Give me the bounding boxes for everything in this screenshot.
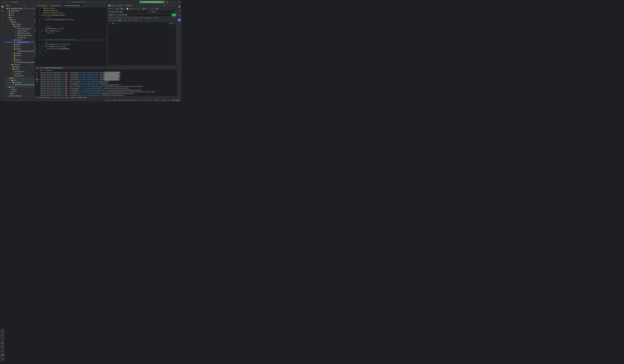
down-icon[interactable]: ↓ xyxy=(38,74,38,76)
min-dot[interactable] xyxy=(4,1,5,3)
tree-item[interactable]: ▾📁config xyxy=(5,25,35,27)
tree-item[interactable]: ▸📁.idea xyxy=(5,12,35,14)
bookmarks-tool-icon[interactable]: ⋯ xyxy=(1,14,4,17)
breadcrumb-item[interactable]: WechatController xyxy=(77,97,87,98)
api-tab-request[interactable]: 📋 Request xyxy=(108,5,116,6)
api-subtab[interactable]: Script xyxy=(139,17,142,19)
chevron-down-icon[interactable]: ▾ xyxy=(10,5,10,6)
t1-icon[interactable]: ◆ xyxy=(108,8,109,10)
t11-icon[interactable]: ✕ xyxy=(133,8,135,10)
editor-tab[interactable]: ●spy.properties xyxy=(35,4,49,7)
max-dot[interactable] xyxy=(6,1,8,3)
breadcrumb-item[interactable]: com xyxy=(62,97,64,98)
tree-item[interactable]: ▸📁wechat xyxy=(5,68,35,70)
api-subtab[interactable]: Console xyxy=(153,17,158,19)
api-viewtab[interactable]: Pretty xyxy=(113,20,117,22)
hide-icon[interactable]: — xyxy=(31,4,34,7)
tree-item[interactable]: ©WechatController xyxy=(5,41,35,43)
run-more-icon[interactable]: ⋮ xyxy=(168,66,171,69)
search-icon[interactable]: ⌕ xyxy=(173,0,176,3)
stop-button[interactable]: ■ xyxy=(166,1,168,3)
api-viewtab[interactable]: Image xyxy=(123,20,127,22)
project-tool-icon[interactable]: 📁 xyxy=(1,5,4,8)
breadcrumb-bar[interactable]: ☐ wx-play-demo-blog › src › main › java … xyxy=(35,96,177,99)
maven-icon[interactable]: m xyxy=(178,14,181,17)
rerun-icon[interactable]: ⟳ xyxy=(36,72,37,73)
line-sep[interactable]: LF xyxy=(141,100,143,101)
t15-icon[interactable]: ▾ xyxy=(146,8,147,10)
blame-status[interactable]: Blame: You 2023/6/10, 01:35 xyxy=(118,100,136,101)
breadcrumb-item[interactable]: yby6 xyxy=(65,97,68,98)
tree-item[interactable]: ©MybatisExceptionHandler xyxy=(5,50,35,52)
tree-item[interactable]: ©WxPayConfig xyxy=(5,37,35,39)
tree-item[interactable]: ▾📁wx-play-demo-blog ~/Documents/projectD… xyxy=(5,7,35,10)
ok-icon[interactable]: ● xyxy=(173,23,174,24)
tree-item[interactable]: ▾📁com.yby6 xyxy=(5,81,35,84)
database-icon[interactable]: ⌸ xyxy=(178,10,181,13)
console-output[interactable]: 2023-06-10T01:35:19.448+08:00 INFO 7266 … xyxy=(39,71,177,98)
user-icon[interactable]: ☺ xyxy=(169,0,172,3)
api-subtab[interactable]: Body xyxy=(134,17,137,19)
t5-icon[interactable]: ▸ xyxy=(119,8,120,10)
copy-icon[interactable]: ✎ xyxy=(169,23,170,24)
tree-item[interactable]: ▾📁java xyxy=(5,79,35,81)
tree-item[interactable]: ▾📁handler xyxy=(5,48,35,50)
encoding[interactable]: UTF-8 xyxy=(145,100,149,101)
env-project-select[interactable]: ◎ wx-play-demo-blog▾ xyxy=(108,10,150,13)
git-branch-status[interactable]: ⎇ master xyxy=(160,99,167,101)
caret-pos[interactable]: 1:1 xyxy=(138,100,140,101)
api-subtab[interactable]: URL Params xyxy=(124,17,132,19)
tree-item[interactable]: ▾📁src xyxy=(5,16,35,19)
api-tab-navigate[interactable]: ◎ Navigate xyxy=(125,5,132,6)
tree-item[interactable]: ©WxPlayDemoApplicationTests xyxy=(5,84,35,86)
tree-item[interactable]: ▸📁domain xyxy=(5,43,35,46)
t9-icon[interactable]: ▾ xyxy=(130,8,130,10)
tree-item[interactable]: ©BigNumberSerializer xyxy=(5,27,35,30)
run-config-button[interactable]: ⟳ WxPlayDemoBlogApplication ▾ xyxy=(139,1,165,3)
t6-icon[interactable]: ▦ xyxy=(121,8,122,10)
http-method[interactable]: POST xyxy=(108,14,115,16)
api-viewtab[interactable]: Info xyxy=(129,20,131,22)
send-button[interactable] xyxy=(172,14,176,16)
response-body[interactable]: 1163········· ✎ ▤ ● ✔ xyxy=(108,22,176,66)
close-dot[interactable] xyxy=(1,1,3,3)
wrap2-icon[interactable]: ⤶ xyxy=(37,76,38,78)
tree-item[interactable]: ⚡WxPlayDemoBlogApplication xyxy=(5,61,35,64)
tree-item[interactable]: ▾📁controller xyxy=(5,39,35,41)
gear2-icon[interactable]: ⚙ xyxy=(36,74,37,76)
t19-icon[interactable]: ▮▮ xyxy=(156,8,158,10)
tree-item[interactable]: ©MyMetaObjectHandler xyxy=(5,34,35,37)
tree-item[interactable]: ◌.gitignore xyxy=(5,88,35,90)
tree-item[interactable]: ▸≣临时文件和控制台 xyxy=(5,95,35,97)
t17-icon[interactable]: ↻ xyxy=(152,8,153,10)
t7-icon[interactable]: ▾ xyxy=(123,8,124,10)
tree-item[interactable]: ▾📁com.yby6 xyxy=(5,23,35,25)
check-icon[interactable]: ✔ xyxy=(174,23,175,24)
tree-item[interactable]: ▸📁reponse xyxy=(5,54,35,57)
api-rec-icon[interactable]: ● xyxy=(158,4,161,7)
tree-item[interactable]: ▸📁mapper xyxy=(5,66,35,68)
structure-tool-icon[interactable]: ☰ xyxy=(1,10,4,13)
memory-indicator[interactable]: 1914/2304M xyxy=(171,99,180,101)
filter-icon[interactable]: ▤ xyxy=(36,78,37,80)
t18-icon[interactable]: ✦ xyxy=(154,8,155,10)
tree-item[interactable]: ▾📁main xyxy=(5,19,35,21)
run-hide-icon[interactable]: — xyxy=(173,66,176,69)
window-controls[interactable] xyxy=(1,1,8,3)
breadcrumb-item[interactable]: src xyxy=(51,97,52,98)
api-view-tabs[interactable]: JsonPrettyRawImageInfoHeaders xyxy=(107,19,177,22)
tree-item[interactable]: ▸⏍外部库 xyxy=(5,93,35,95)
editor-tabbar[interactable]: ●spy.properties●application.yml●WechatCo… xyxy=(35,4,107,7)
gear-icon[interactable]: ⚙ xyxy=(177,0,180,3)
t12-icon[interactable]: ⚑ xyxy=(137,8,138,10)
api-hide-icon[interactable]: — xyxy=(173,4,176,7)
api-viewtab[interactable]: Raw xyxy=(118,20,121,22)
tree-item[interactable]: mpom.xml xyxy=(5,90,35,93)
actuator-tab[interactable]: ⚡ Actuator xyxy=(45,69,52,71)
tree-item[interactable]: ▾📁java xyxy=(5,21,35,23)
tree-item[interactable]: ≣spy.properties xyxy=(5,75,35,77)
tree-item[interactable]: ▸📁target xyxy=(5,86,35,88)
indent[interactable]: 4 个空格 xyxy=(154,99,159,101)
tree-item[interactable]: ▾📁test xyxy=(5,77,35,79)
tree-item[interactable]: ▸📁mapper xyxy=(5,52,35,54)
